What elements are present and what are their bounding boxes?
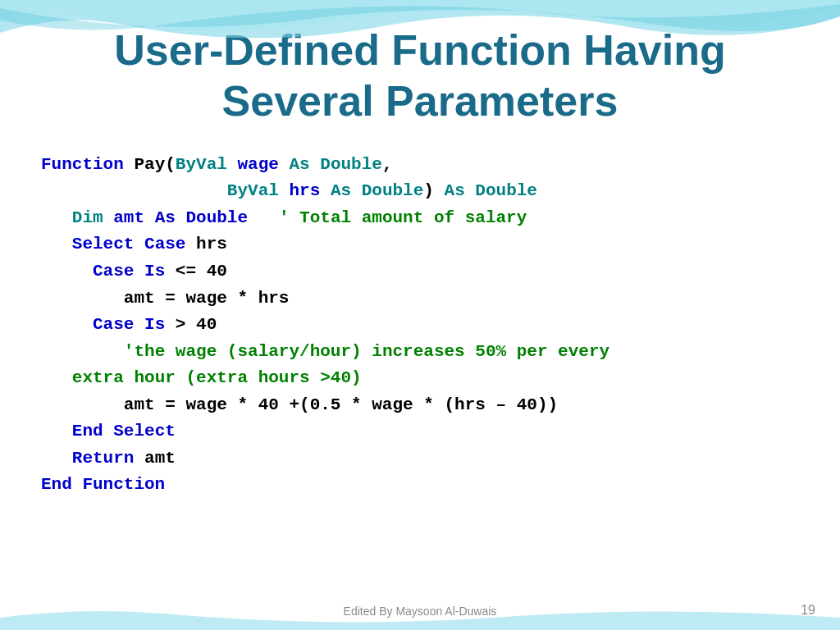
code-line-2: ByVal hrs As Double) As Double xyxy=(41,178,799,205)
code-block: Function Pay(ByVal wage As Double, ByVal… xyxy=(0,135,840,507)
wave-top-decoration xyxy=(0,0,840,66)
code-line-3: Dim amt As Double ' Total amount of sala… xyxy=(41,205,799,232)
code-line-12: Return amt xyxy=(41,445,799,472)
code-line-9: extra hour (extra hours >40) xyxy=(41,365,799,392)
code-line-8: 'the wage (salary/hour) increases 50% pe… xyxy=(41,339,799,366)
code-line-10: amt = wage * 40 +(0.5 * wage * (hrs – 40… xyxy=(41,392,799,419)
code-line-4: Select Case hrs xyxy=(41,231,799,258)
code-line-7: Case Is > 40 xyxy=(41,312,799,339)
code-line-11: End Select xyxy=(41,418,799,445)
wave-bottom-decoration xyxy=(0,605,840,630)
code-line-5: Case Is <= 40 xyxy=(41,258,799,285)
title-line2: Several Parameters xyxy=(222,77,619,125)
slide: User-Defined Function Having Several Par… xyxy=(0,0,840,630)
code-line-1: Function Pay(ByVal wage As Double, xyxy=(41,152,799,179)
code-line-13: End Function xyxy=(41,472,799,499)
code-line-6: amt = wage * hrs xyxy=(41,285,799,313)
